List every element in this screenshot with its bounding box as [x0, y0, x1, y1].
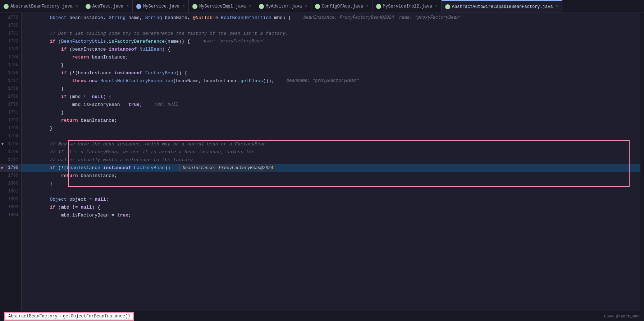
tab-icon-j: [136, 4, 141, 9]
code-line-1780: [22, 22, 640, 29]
gutter-1794: 1794: [0, 132, 21, 140]
tab-icon-c5: [315, 4, 320, 9]
gutter-1783: 1783: [0, 45, 21, 53]
code-line-1796: // If it's a FactoryBean, we use it to c…: [22, 148, 640, 156]
breadcrumb-class: AbstractBeanFactory: [8, 314, 58, 319]
close-icon-4[interactable]: ×: [249, 4, 251, 8]
tab-my-service-impl2[interactable]: MyServiceImpl2.java ×: [373, 0, 442, 13]
tab-label: AbstractBeanFactory.java: [10, 4, 73, 9]
gutter-1793: 1793: [0, 124, 21, 132]
gutter-1804: 1804: [0, 211, 21, 219]
breadcrumb-separator: ›: [59, 314, 61, 319]
gutter-1796: 1796: [0, 148, 21, 156]
tab-aop-test[interactable]: AopTest.java ×: [82, 0, 133, 13]
tab-label-4: MyServiceImpl.java: [199, 4, 246, 9]
tab-bar: AbstractBeanFactory.java × AopTest.java …: [0, 0, 644, 13]
gutter-1790: 1790: [0, 101, 21, 108]
code-line-1800: }: [22, 180, 640, 187]
gutter-1797: 1797: [0, 156, 21, 164]
gutter-1788: 1788: [0, 85, 21, 93]
gutter-1800: 1800: [0, 180, 21, 187]
code-line-1784: return beanInstance;: [22, 53, 640, 61]
close-icon-8[interactable]: ×: [556, 5, 558, 9]
code-line-1798: if (!(beanInstance instanceof FactoryBea…: [22, 164, 640, 172]
gutter-1801: 1801: [0, 187, 21, 195]
code-line-1799: return beanInstance;: [22, 172, 640, 180]
debug-inline-1798: beanInstance: ProxyFactoryBean@2024: [179, 164, 276, 171]
tab-abstract-autowire[interactable]: AbstractAutowireCapableBeanFactory.java …: [442, 0, 562, 13]
gutter-1789: 1789: [0, 93, 21, 101]
tab-icon-c: [4, 4, 9, 9]
code-line-1789: if (mbd != null) {: [22, 93, 640, 101]
code-line-1783: if (beanInstance instanceof NullBean) {: [22, 45, 640, 53]
code-line-1785: }: [22, 61, 640, 69]
tab-label-2: AopTest.java: [92, 4, 123, 9]
code-line-1804: mbd.isFactoryBean = true;: [22, 211, 640, 219]
code-line-1787: throw new BeanIsNotAFactoryException(bea…: [22, 77, 640, 85]
tab-my-service-impl[interactable]: MyServiceImpl.java ×: [189, 0, 255, 13]
gutter-1787: 1787: [0, 77, 21, 85]
gutter-1782: 1782: [0, 37, 21, 45]
code-line-1803: if (mbd != null) {: [22, 203, 640, 211]
gutter-1786: 1786: [0, 69, 21, 77]
tab-my-advisor[interactable]: MyAdvisor.java ×: [255, 0, 311, 13]
code-line-1795: // Now we have the bean instance, which …: [22, 140, 640, 148]
gutter-1795: ▼ 1795: [0, 140, 21, 148]
breadcrumb-container: AbstractBeanFactory › getObjectForBeanIn…: [4, 312, 134, 321]
close-icon-7[interactable]: ×: [435, 4, 438, 8]
tab-icon-c4: [259, 4, 264, 9]
close-icon-6[interactable]: ×: [366, 4, 369, 8]
breadcrumb-method: getObjectForBeanInstance(): [63, 314, 130, 319]
code-editor[interactable]: Object beanInstance, String name, String…: [22, 13, 640, 311]
vertical-scrollbar[interactable]: [640, 13, 644, 311]
code-line-1779: Object beanInstance, String name, String…: [22, 14, 640, 22]
close-icon[interactable]: ×: [76, 4, 78, 8]
code-line-1797: // caller actually wants a reference to …: [22, 156, 640, 164]
tab-abstract-bean-factory[interactable]: AbstractBeanFactory.java ×: [0, 0, 82, 13]
editor-container: 1779 1780 1781 1782 1783 1784 1785 1786 …: [0, 13, 644, 311]
tab-config-of-aop[interactable]: ConfigOfAop.java ×: [311, 0, 373, 13]
code-line-1781: // Don't let calling code try to derefer…: [22, 29, 640, 37]
code-line-1792: return beanInstance;: [22, 116, 640, 124]
gutter-1799: 1799: [0, 172, 21, 180]
gutter-1784: 1784: [0, 53, 21, 61]
gutter-1803: 1803: [0, 203, 21, 211]
tab-icon-c7: [445, 4, 450, 9]
close-icon-3[interactable]: ×: [183, 4, 185, 8]
tab-icon-c3: [192, 4, 197, 9]
code-line-1801: [22, 187, 640, 195]
status-right-text: CSDN @spark_man: [604, 314, 640, 318]
status-bar: AbstractBeanFactory › getObjectForBeanIn…: [0, 311, 644, 321]
code-line-1788: }: [22, 85, 640, 93]
code-line-1791: }: [22, 108, 640, 116]
gutter-1779: 1779: [0, 14, 21, 22]
line-number-gutter: 1779 1780 1781 1782 1783 1784 1785 1786 …: [0, 13, 22, 311]
gutter-1792: 1792: [0, 116, 21, 124]
close-icon-5[interactable]: ×: [305, 4, 307, 8]
arrow-icon-1795: ▼: [1, 142, 4, 146]
breadcrumb: AbstractBeanFactory › getObjectForBeanIn…: [5, 313, 133, 320]
gutter-1785: 1785: [0, 61, 21, 69]
gutter-1791: 1791: [0, 108, 21, 116]
gutter-1781: 1781: [0, 29, 21, 37]
tab-label-5: MyAdvisor.java: [266, 4, 302, 9]
tab-icon-c6: [376, 4, 381, 9]
gutter-1780: 1780: [0, 22, 21, 29]
code-line-1782: if (BeanFactoryUtils.isFactoryDereferenc…: [22, 37, 640, 45]
code-line-1802: Object object = null;: [22, 195, 640, 203]
code-line-1794: [22, 132, 640, 140]
tab-icon-c2: [86, 4, 91, 9]
gutter-1802: 1802: [0, 195, 21, 203]
code-line-1793: }: [22, 124, 640, 132]
gutter-1798: ▶ 1798: [0, 164, 21, 172]
arrow-icon-1798: ▶: [1, 166, 4, 170]
close-icon-2[interactable]: ×: [127, 4, 129, 8]
tab-label-8: AbstractAutowireCapableBeanFactory.java: [452, 4, 553, 9]
tab-label-3: MyService.java: [143, 4, 179, 9]
tab-label-6: ConfigOfAop.java: [322, 4, 363, 9]
code-line-1786: if (!(beanInstance instanceof FactoryBea…: [22, 69, 640, 77]
code-line-1790: mbd.isFactoryBean = true; mbd: null: [22, 101, 640, 108]
tab-label-7: MyServiceImpl2.java: [383, 4, 432, 9]
tab-my-service[interactable]: MyService.java ×: [133, 0, 189, 13]
